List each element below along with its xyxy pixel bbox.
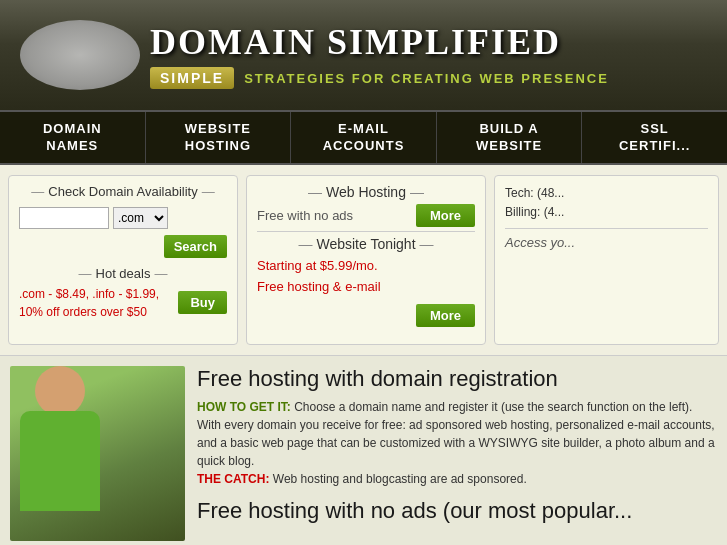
hosting-panel: Web Hosting Free with no ads More Websit… (246, 175, 486, 345)
buy-button[interactable]: Buy (178, 291, 227, 314)
support-panel: Tech: (48... Billing: (4... Access yo... (494, 175, 719, 345)
tonight-text: Starting at $5.99/mo. Free hosting & e-m… (257, 256, 475, 298)
bottom-section: Free hosting with domain registration HO… (0, 355, 727, 545)
catch-text: Web hosting and blogcasting are ad spons… (273, 472, 527, 486)
support-access: Access yo... (505, 235, 708, 250)
domain-input-row: .com .net .org .info .biz (19, 207, 227, 229)
site-title: DOMAIN SIMPLIFIED (150, 21, 609, 63)
nav-build-website[interactable]: BUILD AWEBSITE (437, 112, 583, 163)
content-area: Check Domain Availability .com .net .org… (0, 165, 727, 355)
main-nav: DOMAINNAMES WEBSITEHOSTING E-MAILACCOUNT… (0, 110, 727, 165)
header: DOMAIN SIMPLIFIED SIMPLE STRATEGIES FOR … (0, 0, 727, 110)
domain-ext-select[interactable]: .com .net .org .info .biz (113, 207, 168, 229)
hosting-divider (257, 231, 475, 232)
domain-panel-title: Check Domain Availability (19, 184, 227, 199)
hosting-free-row: Free with no ads More (257, 204, 475, 227)
free-hosting-title2: Free hosting with no ads (our most popul… (197, 498, 717, 524)
how-to-get-it: HOW TO GET IT: Choose a domain name and … (197, 398, 717, 470)
hosting-title: Web Hosting (257, 184, 475, 200)
catch-label: THE CATCH: (197, 472, 269, 486)
how-label: HOW TO GET IT: (197, 400, 291, 414)
person-head (35, 366, 85, 416)
header-subtitle-row: SIMPLE STRATEGIES FOR CREATING WEB PRESE… (150, 67, 609, 89)
nav-ssl[interactable]: SSLCERTIFI... (582, 112, 727, 163)
search-button[interactable]: Search (164, 235, 227, 258)
person-image (10, 366, 185, 541)
header-tagline: STRATEGIES FOR CREATING WEB PRESENCE (244, 71, 609, 86)
domain-search-input[interactable] (19, 207, 109, 229)
simple-badge: SIMPLE (150, 67, 234, 89)
tonight-more-button[interactable]: More (416, 304, 475, 327)
nav-domain-names[interactable]: DOMAINNAMES (0, 112, 146, 163)
header-text-block: DOMAIN SIMPLIFIED SIMPLE STRATEGIES FOR … (150, 21, 609, 89)
bottom-text-col: Free hosting with domain registration HO… (197, 366, 717, 541)
support-divider (505, 228, 708, 229)
hosting-free-text: Free with no ads (257, 208, 353, 223)
hosting-more-button[interactable]: More (416, 204, 475, 227)
support-tech: Tech: (48... (505, 184, 708, 203)
cloud-graphic (20, 20, 140, 90)
website-tonight-title: Website Tonight (257, 236, 475, 252)
free-hosting-title: Free hosting with domain registration (197, 366, 717, 392)
domain-check-panel: Check Domain Availability .com .net .org… (8, 175, 238, 345)
hot-deals-title: Hot deals (19, 266, 227, 281)
person-body (20, 411, 100, 511)
nav-email-accounts[interactable]: E-MAILACCOUNTS (291, 112, 437, 163)
nav-website-hosting[interactable]: WEBSITEHOSTING (146, 112, 292, 163)
support-billing: Billing: (4... (505, 203, 708, 222)
the-catch: THE CATCH: Web hosting and blogcasting a… (197, 470, 717, 488)
